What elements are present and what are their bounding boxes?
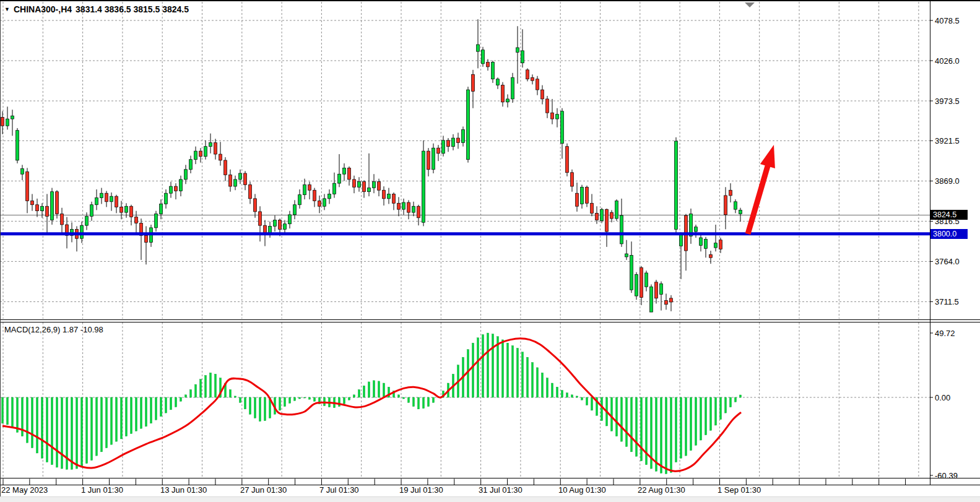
macd-histogram-bar	[344, 397, 345, 404]
bull-candle	[368, 188, 371, 192]
macd-histogram-bar	[423, 397, 425, 409]
horizontal-scrollbar[interactable]	[0, 496, 980, 502]
macd-histogram-bar	[314, 397, 316, 401]
macd-histogram-bar	[235, 396, 236, 397]
macd-histogram-bar	[86, 397, 88, 464]
bear-candle	[214, 142, 217, 154]
macd-histogram-bar	[61, 397, 63, 469]
bull-candle	[422, 151, 425, 222]
bear-candle	[363, 182, 366, 192]
macd-histogram-bar	[254, 397, 256, 418]
macd-histogram-bar	[264, 397, 266, 421]
bull-candle	[650, 287, 653, 312]
macd-histogram-bar	[611, 397, 613, 431]
macd-histogram-bar	[591, 397, 593, 410]
macd-values-label: 1.87 -10.98	[63, 325, 103, 334]
bull-candle	[714, 243, 718, 248]
macd-histogram-bar	[413, 397, 415, 407]
macd-histogram-bar	[81, 397, 83, 467]
bear-candle	[407, 202, 410, 212]
bull-candle	[11, 116, 14, 119]
bear-candle	[308, 185, 311, 191]
macd-histogram-bar	[284, 397, 286, 407]
bull-candle	[274, 220, 277, 227]
macd-histogram-bar	[373, 381, 375, 397]
macd-histogram-bar	[735, 397, 737, 402]
bear-candle	[546, 99, 549, 113]
date-label: 1 Sep 01:30	[718, 485, 761, 495]
bull-candle	[581, 187, 584, 204]
macd-histogram-bar	[705, 397, 707, 435]
macd-histogram-bar	[210, 373, 212, 397]
date-label: 1 Jun 01:30	[81, 485, 123, 495]
bear-candle	[551, 113, 554, 119]
price-tick-label: 4026.0	[935, 56, 960, 66]
bull-candle	[51, 192, 54, 220]
bear-candle	[1, 118, 4, 126]
bull-candle	[516, 48, 519, 52]
bull-candle	[358, 182, 361, 188]
macd-histogram-bar	[690, 397, 692, 451]
bull-candle	[204, 147, 207, 157]
macd-histogram-bar	[131, 397, 132, 434]
macd-histogram-bar	[170, 397, 172, 410]
macd-histogram-bar	[477, 338, 479, 397]
bull-candle	[739, 210, 742, 214]
bull-candle	[482, 50, 485, 64]
bear-candle	[437, 148, 440, 154]
macd-histogram-bar	[304, 397, 306, 398]
bull-candle	[234, 180, 237, 186]
symbol-dropdown-icon[interactable]: ▼	[4, 7, 10, 12]
macd-histogram-bar	[720, 397, 722, 420]
date-label: 10 Aug 01:30	[558, 485, 606, 495]
macd-histogram-bar	[725, 397, 727, 413]
bear-candle	[447, 141, 450, 147]
macd-histogram-bar	[121, 397, 123, 439]
macd-histogram-bar	[537, 368, 539, 397]
macd-histogram-bar	[472, 343, 474, 397]
bear-candle	[729, 190, 732, 196]
macd-histogram-bar	[601, 397, 603, 421]
macd-histogram-bar	[145, 397, 147, 426]
macd-histogram-bar	[245, 397, 246, 409]
bull-candle	[462, 129, 465, 142]
bull-candle	[184, 170, 188, 180]
bear-candle	[264, 225, 267, 233]
bear-candle	[719, 240, 722, 249]
bull-candle	[21, 169, 24, 175]
bear-candle	[670, 298, 673, 302]
macd-histogram-bar	[730, 397, 732, 407]
macd-histogram-bar	[41, 397, 43, 458]
bull-candle	[388, 194, 391, 198]
bear-candle	[591, 203, 594, 213]
macd-histogram-bar	[7, 397, 9, 425]
bull-candle	[323, 199, 326, 206]
macd-histogram-bar	[136, 397, 137, 431]
macd-histogram-bar	[675, 397, 677, 462]
bear-candle	[576, 193, 579, 206]
macd-histogram-bar	[17, 397, 19, 432]
macd-histogram-bar	[37, 397, 38, 453]
bear-candle	[541, 90, 544, 99]
macd-histogram-bar	[636, 397, 638, 456]
bear-candle	[318, 201, 321, 207]
macd-histogram-bar	[527, 357, 529, 397]
macd-histogram-bar	[141, 397, 142, 428]
macd-histogram-bar	[502, 340, 504, 397]
bear-candle	[383, 190, 386, 199]
chart-canvas[interactable]: 22 May 20231 Jun 01:3013 Jun 01:3027 Jun…	[0, 0, 980, 502]
bull-candle	[373, 182, 376, 188]
bear-candle	[199, 151, 202, 157]
bear-candle	[610, 212, 614, 219]
macd-tick-label: -60.39	[935, 471, 958, 480]
bear-candle	[56, 192, 59, 214]
bear-candle	[487, 62, 490, 66]
macd-histogram-bar	[700, 397, 702, 440]
bull-candle	[705, 239, 708, 248]
bear-candle	[130, 206, 133, 217]
ohlc-quote-label: 3831.4 3836.5 3815.5 3824.5	[76, 4, 189, 14]
bear-candle	[348, 168, 351, 180]
macd-histogram-bar	[428, 397, 430, 407]
bull-candle	[402, 202, 405, 209]
macd-histogram-bar	[566, 393, 568, 397]
